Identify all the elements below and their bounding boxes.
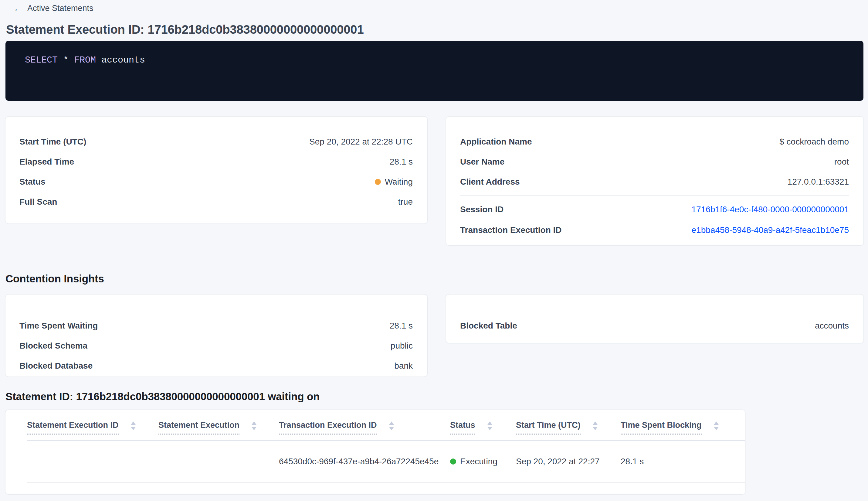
sort-arrows-icon[interactable] bbox=[389, 422, 394, 430]
elapsed-time-row: Elapsed Time 28.1 s bbox=[19, 152, 413, 172]
back-arrow-icon: ← bbox=[13, 4, 22, 13]
session-details-card: Application Name $ cockroach demo User N… bbox=[446, 117, 864, 245]
statement-details-page: ← Active Statements Statement Execution … bbox=[0, 0, 868, 494]
session-id-row: Session ID 1716b1f6-4e0c-f480-0000-00000… bbox=[460, 199, 849, 220]
waiting-statements-table: Statement Execution ID Statement Executi… bbox=[6, 410, 745, 494]
sql-table-name: accounts bbox=[101, 55, 145, 65]
time-spent-waiting-value: 28.1 s bbox=[390, 321, 413, 331]
column-header-label: Start Time (UTC) bbox=[516, 420, 581, 435]
transaction-execution-id-link[interactable]: e1bba458-5948-40a9-a42f-5feac1b10e75 bbox=[692, 225, 849, 235]
waiting-on-heading: Statement ID: 1716b218dc0b38380000000000… bbox=[6, 391, 864, 403]
back-link-label: Active Statements bbox=[27, 4, 94, 13]
start-time-label: Start Time (UTC) bbox=[19, 137, 86, 147]
user-name-value: root bbox=[834, 157, 849, 167]
column-header-label: Statement Execution ID bbox=[27, 420, 119, 435]
page-title: Statement Execution ID: 1716b218dc0b3838… bbox=[6, 23, 864, 36]
contention-details-card: Time Spent Waiting 28.1 s Blocked Schema… bbox=[6, 295, 427, 376]
time-spent-waiting-label: Time Spent Waiting bbox=[19, 321, 98, 331]
column-header-status[interactable]: Status bbox=[450, 420, 516, 435]
blocked-table-card: Blocked Table accounts bbox=[446, 295, 864, 343]
statement-overview-card: Start Time (UTC) Sep 20, 2022 at 22:28 U… bbox=[6, 117, 427, 223]
table-header-row: Statement Execution ID Statement Executi… bbox=[27, 420, 745, 440]
blocked-database-label: Blocked Database bbox=[19, 361, 93, 371]
details-cards-row: Start Time (UTC) Sep 20, 2022 at 22:28 U… bbox=[6, 117, 864, 245]
session-id-label: Session ID bbox=[460, 205, 503, 214]
full-scan-value: true bbox=[398, 197, 413, 207]
blocked-database-row: Blocked Database bank bbox=[19, 356, 413, 376]
blocked-schema-value: public bbox=[391, 341, 413, 351]
sql-statement-box: SELECT * FROM accounts bbox=[6, 41, 864, 101]
table-row: 64530d0c-969f-437e-a9b4-26a72245e45e Exe… bbox=[27, 440, 745, 483]
blocked-table-row: Blocked Table accounts bbox=[460, 316, 849, 336]
cell-status: Executing bbox=[450, 457, 516, 466]
blocked-schema-label: Blocked Schema bbox=[19, 341, 87, 351]
column-header-start-time[interactable]: Start Time (UTC) bbox=[516, 420, 621, 435]
client-address-label: Client Address bbox=[460, 177, 520, 187]
cell-transaction-execution-id: 64530d0c-969f-437e-a9b4-26a72245e45e bbox=[279, 457, 450, 466]
column-header-statement-execution[interactable]: Statement Execution bbox=[159, 420, 279, 435]
time-spent-waiting-row: Time Spent Waiting 28.1 s bbox=[19, 316, 413, 336]
sql-keyword-select: SELECT bbox=[25, 55, 63, 65]
sort-arrows-icon[interactable] bbox=[131, 422, 135, 430]
sql-star: * bbox=[63, 55, 74, 65]
sort-arrows-icon[interactable] bbox=[714, 422, 719, 430]
status-value: Waiting bbox=[375, 177, 413, 187]
column-header-transaction-execution-id[interactable]: Transaction Execution ID bbox=[279, 420, 450, 435]
sql-keyword-from: FROM bbox=[74, 55, 101, 65]
blocked-database-value: bank bbox=[394, 361, 413, 371]
elapsed-time-label: Elapsed Time bbox=[19, 157, 74, 167]
contention-insights-heading: Contention Insights bbox=[6, 273, 864, 285]
card-divider bbox=[460, 195, 849, 195]
blocked-table-label: Blocked Table bbox=[460, 321, 517, 331]
user-name-row: User Name root bbox=[460, 152, 849, 172]
status-executing-dot-icon bbox=[450, 458, 456, 465]
session-id-link[interactable]: 1716b1f6-4e0c-f480-0000-000000000001 bbox=[692, 205, 849, 214]
status-value-text: Waiting bbox=[385, 177, 413, 187]
column-header-label: Status bbox=[450, 420, 475, 435]
column-header-label: Transaction Execution ID bbox=[279, 420, 377, 435]
sort-arrows-icon[interactable] bbox=[593, 422, 598, 430]
status-waiting-dot-icon bbox=[375, 179, 381, 185]
cell-start-time: Sep 20, 2022 at 22:27 bbox=[516, 457, 621, 466]
status-row: Status Waiting bbox=[19, 172, 413, 192]
sql-statement-text: SELECT * FROM accounts bbox=[25, 55, 844, 66]
cell-status-text: Executing bbox=[460, 457, 497, 466]
contention-cards-row: Time Spent Waiting 28.1 s Blocked Schema… bbox=[6, 295, 864, 376]
start-time-value: Sep 20, 2022 at 22:28 UTC bbox=[309, 137, 413, 147]
column-header-label: Time Spent Blocking bbox=[621, 420, 702, 435]
transaction-execution-id-row: Transaction Execution ID e1bba458-5948-4… bbox=[460, 220, 849, 241]
sort-arrows-icon[interactable] bbox=[252, 422, 257, 430]
client-address-value: 127.0.0.1:63321 bbox=[788, 177, 849, 187]
sort-arrows-icon[interactable] bbox=[487, 422, 492, 430]
blocked-schema-row: Blocked Schema public bbox=[19, 336, 413, 356]
transaction-execution-id-label: Transaction Execution ID bbox=[460, 225, 562, 235]
client-address-row: Client Address 127.0.0.1:63321 bbox=[460, 172, 849, 192]
cell-time-spent-blocking: 28.1 s bbox=[621, 457, 745, 466]
full-scan-row: Full Scan true bbox=[19, 192, 413, 212]
elapsed-time-value: 28.1 s bbox=[390, 157, 413, 167]
column-header-statement-execution-id[interactable]: Statement Execution ID bbox=[27, 420, 159, 435]
application-name-value: $ cockroach demo bbox=[779, 137, 849, 147]
full-scan-label: Full Scan bbox=[19, 197, 57, 207]
user-name-label: User Name bbox=[460, 157, 504, 167]
status-label: Status bbox=[19, 177, 45, 187]
column-header-time-spent-blocking[interactable]: Time Spent Blocking bbox=[621, 420, 745, 435]
column-header-label: Statement Execution bbox=[159, 420, 239, 435]
start-time-row: Start Time (UTC) Sep 20, 2022 at 22:28 U… bbox=[19, 132, 413, 152]
back-link[interactable]: ← Active Statements bbox=[13, 0, 94, 13]
blocked-table-value: accounts bbox=[815, 321, 849, 331]
application-name-label: Application Name bbox=[460, 137, 532, 147]
application-name-row: Application Name $ cockroach demo bbox=[460, 132, 849, 152]
